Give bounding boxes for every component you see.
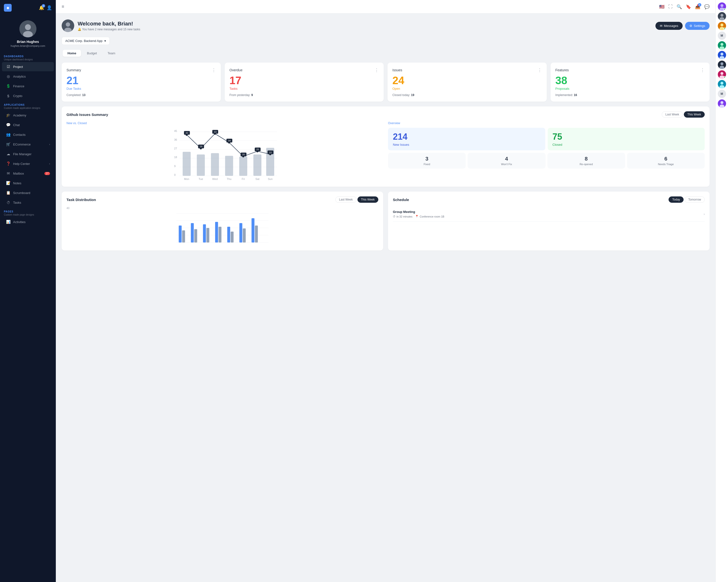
- right-avatar-2[interactable]: [718, 12, 726, 20]
- schedule-day-tabs: Today Tomorrow: [669, 196, 705, 203]
- card-menu-button[interactable]: ⋮: [212, 67, 216, 73]
- sidebar-item-label: Help Center: [13, 162, 30, 166]
- fullscreen-button[interactable]: ⛶: [668, 4, 673, 9]
- right-avatar-1[interactable]: [718, 2, 726, 11]
- github-lastweek-tab[interactable]: Last Week: [662, 111, 683, 118]
- sidebar-item-filemanager[interactable]: ☁ File Manager: [2, 149, 54, 159]
- issues-label: Open: [392, 87, 542, 90]
- github-thisweek-tab[interactable]: This Week: [684, 111, 705, 118]
- overview-top-stats: 214 New Issues 75 Closed: [388, 128, 705, 150]
- issues-number: 24: [392, 75, 542, 86]
- hamburger-button[interactable]: ≡: [62, 4, 64, 9]
- svg-text:0: 0: [174, 173, 176, 176]
- tab-home[interactable]: Home: [62, 50, 81, 57]
- sidebar-item-activities[interactable]: 📊 Activities: [2, 217, 54, 226]
- sidebar-item-tasks[interactable]: ⏱ Tasks: [2, 198, 54, 207]
- sidebar-item-finance[interactable]: 💲 Finance: [2, 82, 54, 91]
- project-dropdown[interactable]: ACME Corp. Backend App ▾: [62, 37, 110, 45]
- schedule-title: Schedule: [393, 198, 409, 202]
- svg-rect-19: [197, 155, 205, 176]
- github-chart-svg: 45 36 27 18 9 0: [67, 128, 383, 181]
- right-avatar-11[interactable]: [718, 100, 726, 108]
- svg-point-4: [66, 22, 70, 27]
- sidebar-item-helpcenter[interactable]: ❓ Help Center ›: [2, 159, 54, 168]
- user-avatar: [19, 20, 36, 37]
- sidebar-item-analytics[interactable]: ◎ Analytics: [2, 72, 54, 81]
- sidebar-item-ecommerce[interactable]: 🛒 ECommerce ›: [2, 140, 54, 149]
- bookmark-button[interactable]: 🔖: [686, 4, 691, 9]
- welcome-text: Welcome back, Brian! 🔔 You have 2 new me…: [78, 21, 140, 31]
- academy-icon: 🎓: [6, 113, 11, 118]
- reopened-label: Re-opened: [550, 163, 622, 166]
- inbox-button[interactable]: 📥 5: [695, 4, 700, 9]
- tab-team[interactable]: Team: [103, 50, 120, 57]
- right-avatar-6[interactable]: [718, 51, 726, 59]
- crypto-icon: $: [6, 93, 11, 98]
- right-avatar-3[interactable]: [718, 22, 726, 30]
- sidebar-top: ◆ 🔔 3 👤: [0, 0, 56, 16]
- app-logo: ◆: [4, 4, 11, 11]
- svg-point-88: [721, 62, 723, 65]
- task-dist-lastweek-tab[interactable]: Last Week: [335, 196, 356, 203]
- finance-icon: 💲: [6, 84, 11, 88]
- project-name: ACME Corp. Backend App: [65, 39, 102, 43]
- task-chart-max-label: 40: [67, 206, 378, 210]
- svg-text:Sat: Sat: [255, 177, 259, 181]
- sidebar-item-notes[interactable]: 📝 Notes: [2, 178, 54, 188]
- notes-icon: 📝: [6, 181, 11, 186]
- sidebar-item-chat[interactable]: 💬 Chat: [2, 120, 54, 130]
- card-menu-button[interactable]: ⋮: [538, 67, 542, 73]
- online-badge: [724, 8, 726, 11]
- settings-action-button[interactable]: ⚙ Settings: [685, 22, 709, 30]
- closed-number: 75: [552, 132, 700, 142]
- sidebar-item-crypto[interactable]: $ Crypto: [2, 91, 54, 101]
- right-avatar-5[interactable]: [718, 41, 726, 50]
- schedule-tomorrow-tab[interactable]: Tomorrow: [684, 196, 705, 203]
- sidebar-item-scrumboard[interactable]: 📋 Scrumboard: [2, 188, 54, 197]
- chat-icon: 💬: [6, 122, 11, 127]
- task-dist-thisweek-tab[interactable]: This Week: [358, 196, 378, 203]
- svg-rect-70: [252, 218, 255, 243]
- right-avatar-8[interactable]: [718, 70, 726, 79]
- applications-section: APPLICATIONS Custom made application des…: [0, 101, 56, 110]
- search-button[interactable]: 🔍: [677, 4, 682, 9]
- welcome-avatar: [62, 20, 74, 32]
- sidebar-item-mailbox[interactable]: ✉ Mailbox 27: [2, 169, 54, 178]
- svg-point-82: [721, 43, 723, 46]
- right-avatar-7[interactable]: [718, 61, 726, 69]
- card-menu-button[interactable]: ⋮: [700, 67, 705, 73]
- svg-text:36: 36: [174, 138, 177, 141]
- summary-sub: Completed: 13: [67, 93, 216, 97]
- sidebar-item-project[interactable]: ☑ Project: [2, 62, 54, 71]
- tab-budget[interactable]: Budget: [82, 50, 102, 57]
- issues-sub: Closed today: 19: [392, 93, 542, 97]
- sidebar-item-label: File Manager: [13, 152, 31, 156]
- welcome-actions: ✉ Messages ⚙ Settings: [655, 22, 709, 30]
- features-card: Features ⋮ 38 Proposals Implemented: 16: [551, 62, 710, 102]
- right-avatar-9[interactable]: [718, 80, 726, 88]
- messages-button[interactable]: 💬: [704, 4, 709, 9]
- messages-action-button[interactable]: ✉ Messages: [655, 22, 683, 30]
- svg-rect-69: [243, 228, 246, 243]
- schedule-today-tab[interactable]: Today: [669, 196, 683, 203]
- right-avatar-4[interactable]: M: [718, 31, 726, 40]
- card-title: Issues: [392, 68, 402, 72]
- svg-text:Tue: Tue: [199, 177, 203, 181]
- right-avatar-10[interactable]: M: [718, 90, 726, 98]
- search-icon-button[interactable]: 👤: [47, 5, 52, 10]
- summary-card: Summary ⋮ 21 Due Tasks Completed: 13: [62, 62, 221, 102]
- overdue-label: Tasks: [230, 87, 379, 90]
- tasks-icon: ⏱: [6, 200, 11, 205]
- task-dist-week-tabs: Last Week This Week: [335, 196, 378, 203]
- sidebar-item-academy[interactable]: 🎓 Academy: [2, 111, 54, 120]
- content-area: Welcome back, Brian! 🔔 You have 2 new me…: [56, 13, 716, 582]
- main-content: ≡ 🇺🇸 ⛶ 🔍 🔖 📥 5 💬: [56, 0, 716, 582]
- svg-rect-60: [191, 223, 194, 243]
- notification-bell-button[interactable]: 🔔 3: [39, 5, 44, 10]
- card-menu-button[interactable]: ⋮: [374, 67, 379, 73]
- sidebar-item-contacts[interactable]: 👥 Contacts: [2, 130, 54, 139]
- sidebar-item-label: Analytics: [13, 75, 26, 78]
- schedule-item-arrow[interactable]: ›: [704, 212, 705, 216]
- overview-title: Overview: [388, 121, 705, 125]
- overdue-number: 17: [230, 75, 379, 86]
